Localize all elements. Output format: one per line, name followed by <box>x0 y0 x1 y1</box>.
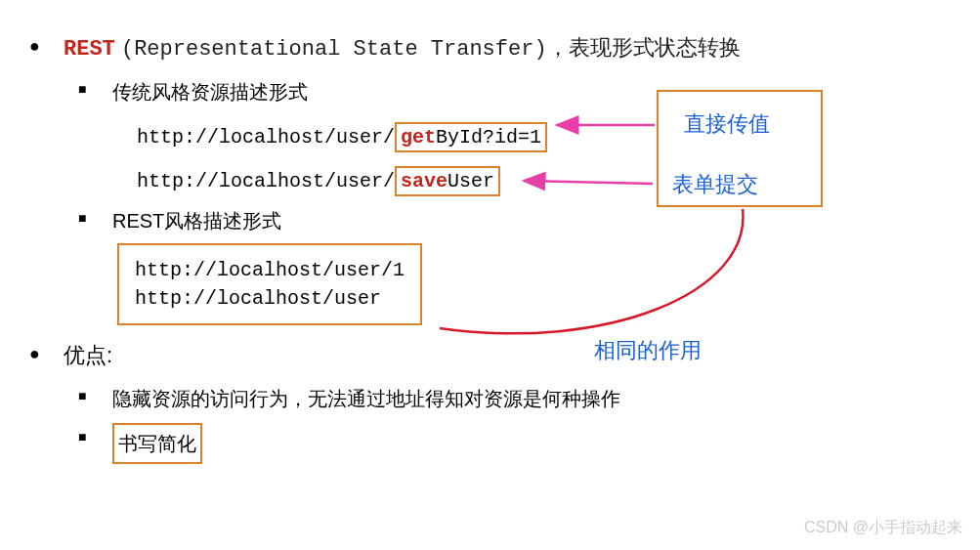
url-save-line: http://localhost/user/saveUser <box>137 166 960 196</box>
rest-url-2: http://localhost/user <box>135 287 405 310</box>
section-traditional-label: 传统风格资源描述形式 <box>112 81 308 103</box>
rest-full: (Representational State Transfer)，表现形式状态… <box>121 37 741 62</box>
rest-url-1: http://localhost/user/1 <box>135 259 405 281</box>
url-get-verb: get <box>401 126 436 148</box>
url-get-suffix: ById?id=1 <box>436 126 541 148</box>
title-line: REST (Representational State Transfer)，表… <box>29 29 960 67</box>
rest-keyword: REST <box>64 37 115 62</box>
url-save-prefix: http://localhost/user/ <box>137 170 395 192</box>
annot-form: 表单提交 <box>672 170 758 199</box>
url-get-line: http://localhost/user/getById?id=1 <box>137 122 960 152</box>
annot-same: 相同的作用 <box>594 336 702 365</box>
advantage-2: 书写简化 <box>118 433 196 454</box>
advantages-title: 优点: <box>64 343 112 367</box>
advantage-1-line: 隐藏资源的访问行为，无法通过地址得知对资源是何种操作 <box>78 382 960 415</box>
section-rest-label: REST风格描述形式 <box>112 210 281 232</box>
url-get-prefix: http://localhost/user/ <box>137 126 395 148</box>
watermark: CSDN @小手指动起来 <box>804 518 962 538</box>
advantage-2-box: 书写简化 <box>112 423 202 464</box>
url-save-verb: save <box>401 170 447 192</box>
section-traditional: 传统风格资源描述形式 <box>78 75 960 108</box>
section-rest: REST风格描述形式 <box>78 204 960 237</box>
url-save-suffix: User <box>447 170 494 192</box>
rest-url-box: http://localhost/user/1 http://localhost… <box>117 243 422 325</box>
annot-direct: 直接传值 <box>684 109 770 139</box>
advantage-1: 隐藏资源的访问行为，无法通过地址得知对资源是何种操作 <box>112 388 620 409</box>
advantage-2-line: 书写简化 <box>78 423 960 464</box>
advantages-title-line: 优点: <box>29 337 960 373</box>
